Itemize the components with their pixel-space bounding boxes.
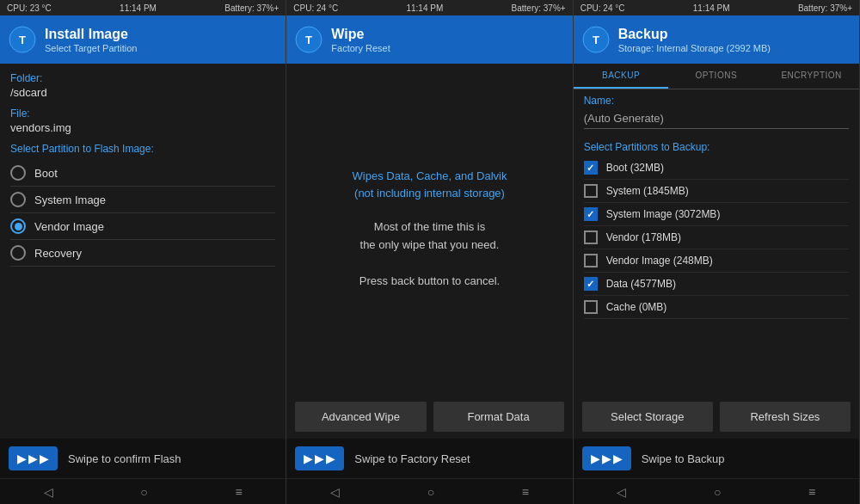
radio-circle-vendor-image <box>10 218 26 234</box>
wipe-btn-row: Advanced Wipe Format Data <box>286 395 572 439</box>
wipe-panel: CPU: 24 °C 11:14 PM Battery: 37%+ T Wipe… <box>286 0 573 504</box>
install-title: Install Image <box>45 26 137 42</box>
arrow-6: ▶ <box>326 452 335 465</box>
select-storage-button[interactable]: Select Storage <box>582 402 713 432</box>
install-subtitle: Select Target Partition <box>45 43 137 53</box>
wipe-content: Wipes Data, Cache, and Dalvik (not inclu… <box>286 64 572 395</box>
folder-label: Folder: <box>10 72 275 84</box>
status-bar-2: CPU: 24 °C 11:14 PM Battery: 37%+ <box>286 0 572 15</box>
menu-icon-2[interactable]: ≡ <box>522 485 529 499</box>
file-value: vendors.img <box>10 121 275 134</box>
back-icon-2[interactable]: ◁ <box>330 485 340 499</box>
cb-boot[interactable]: Boot (32MB) <box>584 157 849 180</box>
cpu-temp-1: CPU: 23 °C <box>7 3 52 13</box>
cb-system-image[interactable]: System Image (3072MB) <box>584 203 849 226</box>
partitions-backup-label: Select Partitions to Backup: <box>584 141 849 153</box>
cb-cache[interactable]: Cache (0MB) <box>584 296 849 319</box>
back-icon-3[interactable]: ◁ <box>617 485 626 499</box>
time-2: 11:14 PM <box>406 3 443 13</box>
checkbox-vendor-image <box>584 254 598 267</box>
swipe-arrows-2: ▶ ▶ ▶ <box>295 446 344 470</box>
cb-data[interactable]: Data (4577MB) <box>584 273 849 296</box>
radio-circle-boot <box>10 165 26 181</box>
backup-header: T Backup Storage: Internal Storage (2992… <box>574 15 859 64</box>
partition-radio-group: Boot System Image Vendor Image Recovery <box>10 160 275 267</box>
battery-2: Battery: 37%+ <box>512 3 566 13</box>
format-data-button[interactable]: Format Data <box>433 402 564 432</box>
radio-boot[interactable]: Boot <box>10 160 275 187</box>
partition-label: Select Partition to Flash Image: <box>10 143 275 155</box>
swipe-bar-1[interactable]: ▶ ▶ ▶ Swipe to confirm Flash <box>0 439 286 478</box>
backup-title: Backup <box>618 26 771 42</box>
status-bar-3: CPU: 24 °C 11:14 PM Battery: 37%+ <box>574 0 859 15</box>
checkbox-cache <box>584 300 598 314</box>
backup-panel: CPU: 24 °C 11:14 PM Battery: 37%+ T Back… <box>574 0 860 504</box>
checkbox-system-image <box>584 207 598 221</box>
radio-system-image[interactable]: System Image <box>10 187 275 213</box>
nav-bar-3: ◁ ○ ≡ <box>574 478 859 504</box>
checkbox-boot <box>584 161 598 175</box>
backup-subtitle: Storage: Internal Storage (2992 MB) <box>618 43 771 53</box>
checkbox-system <box>584 184 598 198</box>
backup-tabs: BACKUP OPTIONS ENCRYPTION <box>574 64 859 89</box>
time-3: 11:14 PM <box>693 3 730 13</box>
swipe-label-2: Swipe to Factory Reset <box>354 452 470 465</box>
home-icon-2[interactable]: ○ <box>427 485 434 499</box>
cb-vendor[interactable]: Vendor (178MB) <box>584 226 849 249</box>
install-content: Folder: /sdcard File: vendors.img Select… <box>0 64 286 439</box>
twrp-logo-2: T <box>295 26 322 53</box>
radio-recovery[interactable]: Recovery <box>10 240 275 267</box>
menu-icon-3[interactable]: ≡ <box>808 485 815 499</box>
swipe-bar-2[interactable]: ▶ ▶ ▶ Swipe to Factory Reset <box>286 439 572 478</box>
cb-vendor-image[interactable]: Vendor Image (248MB) <box>584 249 849 273</box>
radio-circle-recovery <box>10 245 26 261</box>
nav-bar-2: ◁ ○ ≡ <box>286 478 572 504</box>
wipe-info: Wipes Data, Cache, and Dalvik (not inclu… <box>297 72 562 386</box>
backup-content: Name: (Auto Generate) Select Partitions … <box>574 89 859 395</box>
nav-bar-1: ◁ ○ ≡ <box>0 478 286 504</box>
wipe-body: Most of the time this is the only wipe t… <box>359 218 500 290</box>
svg-text:T: T <box>19 34 26 46</box>
time-1: 11:14 PM <box>120 3 157 13</box>
checkbox-data <box>584 277 598 291</box>
swipe-arrows-3: ▶ ▶ ▶ <box>582 446 631 470</box>
arrow-8: ▶ <box>602 452 611 465</box>
file-label: File: <box>10 108 275 120</box>
name-label: Name: <box>584 95 849 107</box>
tab-options[interactable]: OPTIONS <box>668 64 764 89</box>
arrow-4: ▶ <box>304 452 313 465</box>
arrow-7: ▶ <box>591 452 600 465</box>
arrow-9: ▶ <box>613 452 623 465</box>
twrp-logo-3: T <box>582 26 610 53</box>
wipe-header: T Wipe Factory Reset <box>286 15 572 64</box>
back-icon-1[interactable]: ◁ <box>44 485 53 499</box>
svg-text:T: T <box>593 34 599 46</box>
swipe-bar-3[interactable]: ▶ ▶ ▶ Swipe to Backup <box>574 439 859 478</box>
refresh-sizes-button[interactable]: Refresh Sizes <box>720 402 851 432</box>
swipe-label-1: Swipe to confirm Flash <box>68 452 181 465</box>
radio-circle-system-image <box>10 192 26 207</box>
cpu-temp-2: CPU: 24 °C <box>293 3 338 13</box>
wipe-subtitle: Factory Reset <box>331 43 390 53</box>
arrow-3: ▶ <box>40 452 49 465</box>
checkbox-vendor <box>584 230 598 244</box>
folder-value: /sdcard <box>10 86 275 99</box>
advanced-wipe-button[interactable]: Advanced Wipe <box>295 402 426 432</box>
tab-backup[interactable]: BACKUP <box>574 64 669 89</box>
arrow-1: ▶ <box>17 452 27 465</box>
svg-text:T: T <box>305 34 312 46</box>
cb-system[interactable]: System (1845MB) <box>584 180 849 203</box>
tab-encryption[interactable]: ENCRYPTION <box>764 64 859 89</box>
arrow-5: ▶ <box>315 452 324 465</box>
arrow-2: ▶ <box>28 452 38 465</box>
backup-name-value[interactable]: (Auto Generate) <box>584 108 849 129</box>
wipe-title: Wipe <box>331 26 390 42</box>
install-panel: CPU: 23 °C 11:14 PM Battery: 37%+ T Inst… <box>0 0 286 504</box>
menu-icon-1[interactable]: ≡ <box>235 485 242 499</box>
home-icon-1[interactable]: ○ <box>140 485 147 499</box>
battery-3: Battery: 37%+ <box>798 3 852 13</box>
radio-vendor-image[interactable]: Vendor Image <box>10 213 275 240</box>
twrp-logo-1: T <box>9 26 36 53</box>
home-icon-3[interactable]: ○ <box>714 485 721 499</box>
backup-btn-row: Select Storage Refresh Sizes <box>574 395 859 439</box>
